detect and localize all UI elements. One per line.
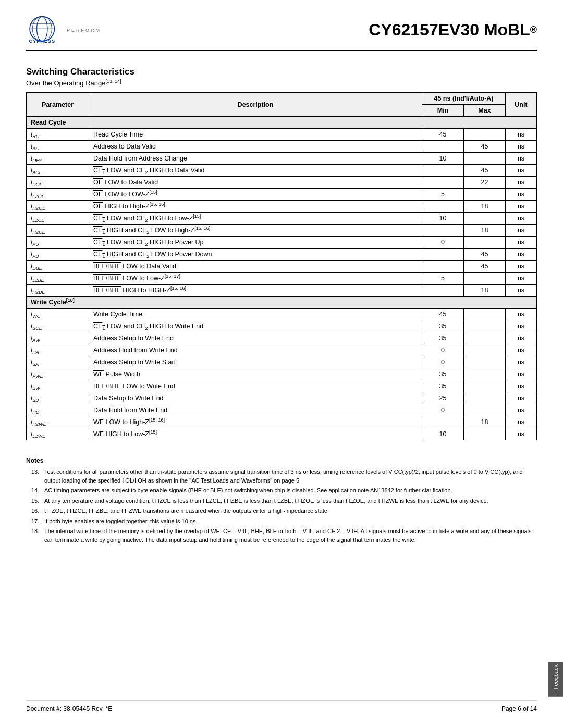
table-row: tHZCECE1 HIGH and CE2 LOW to High-Z[15, … [27,225,537,237]
max-cell: 18 [464,201,506,213]
max-cell: 45 [464,141,506,153]
max-cell [464,320,506,332]
document-number: Document #: 38-05445 Rev. *E [26,705,112,712]
table-row: tLZWEWE HIGH to Low-Z[15]10ns [27,428,537,440]
param-cell: tLZOE [27,189,89,201]
param-cell: tAA [27,141,89,153]
min-cell [422,201,464,213]
max-cell [464,380,506,392]
note-text: t HZOE, t HZCE, t HZBE, and t HZWE trans… [44,507,537,515]
param-cell: tHD [27,404,89,416]
col-header-min: Min [422,105,464,117]
note-text: If both byte enables are toggled togethe… [44,517,537,526]
description-cell: CE1 LOW and CE2 HIGH to Data Valid [89,165,422,177]
param-cell: tSD [27,392,89,404]
min-cell: 0 [422,237,464,249]
note-item: 15.At any temperature and voltage condit… [26,497,537,505]
unit-cell: ns [506,273,537,285]
col-header-unit: Unit [506,93,537,117]
description-cell: Write Cycle Time [89,309,422,320]
unit-cell: ns [506,129,537,141]
max-cell [464,153,506,165]
description-cell: BLE/BHE LOW to Low-Z[15, 17] [89,273,422,285]
table-row: tPWEWE Pulse Width35ns [27,368,537,380]
unit-cell: ns [506,249,537,261]
unit-cell: ns [506,368,537,380]
table-row: tHZOEOE HIGH to High-Z[15, 16]18ns [27,201,537,213]
description-cell: BLE/BHE HIGH to HIGH-Z[15, 16] [89,285,422,297]
min-cell [422,285,464,297]
table-row: tBWBLE/BHE LOW to Write End35ns [27,380,537,392]
param-cell: tOHA [27,153,89,165]
table-row: tPDCE1 HIGH and CE2 LOW to Power Down45n… [27,249,537,261]
min-cell: 0 [422,356,464,368]
max-cell [464,273,506,285]
unit-cell: ns [506,177,537,189]
cypress-perform-label: PERFORM [67,28,101,33]
description-cell: OE LOW to Data Valid [89,177,422,189]
notes-title: Notes [26,456,537,465]
note-item: 18.The internal write time of the memory… [26,527,537,544]
note-text: The internal write time of the memory is… [44,527,537,544]
note-number: 17. [31,517,44,526]
unit-cell: ns [506,332,537,344]
max-cell: 45 [464,261,506,273]
table-row: tDOEOE LOW to Data Valid22ns [27,177,537,189]
unit-cell: ns [506,380,537,392]
description-cell: Address Hold from Write End [89,344,422,356]
description-cell: Address Setup to Write End [89,332,422,344]
table-row: tACECE1 LOW and CE2 HIGH to Data Valid45… [27,165,537,177]
param-cell: tHA [27,344,89,356]
unit-cell: ns [506,141,537,153]
param-cell: tHZCE [27,225,89,237]
min-cell: 25 [422,392,464,404]
description-cell: BLE/BHE LOW to Data Valid [89,261,422,273]
max-cell [464,309,506,320]
min-cell [422,249,464,261]
description-cell: Address Setup to Write Start [89,356,422,368]
col-header-description: Description [89,93,422,117]
unit-cell: ns [506,189,537,201]
group-header-row: Write Cycle[18] [27,297,537,309]
min-cell [422,165,464,177]
min-cell [422,261,464,273]
param-cell: tSA [27,356,89,368]
param-cell: tRC [27,129,89,141]
min-cell: 0 [422,344,464,356]
product-title: CY62157EV30 MoBL® [369,20,537,40]
param-cell: tPD [27,249,89,261]
note-number: 14. [31,486,44,495]
unit-cell: ns [506,165,537,177]
min-cell: 5 [422,189,464,201]
unit-cell: ns [506,213,537,225]
unit-cell: ns [506,309,537,320]
page-number: Page 6 of 14 [501,705,537,712]
max-cell: 18 [464,225,506,237]
note-item: 13.Test conditions for all parameters ot… [26,467,537,485]
unit-cell: ns [506,356,537,368]
max-cell: 18 [464,416,506,428]
max-cell [464,356,506,368]
max-cell [464,237,506,249]
param-cell: tPU [27,237,89,249]
table-row: tAWAddress Setup to Write End35ns [27,332,537,344]
note-text: AC timing parameters are subject to byte… [44,486,537,495]
unit-cell: ns [506,416,537,428]
feedback-button[interactable]: + Feedback [548,662,563,697]
min-cell: 45 [422,309,464,320]
max-cell: 22 [464,177,506,189]
switching-characteristics-table: Parameter Description 45 ns (Ind'l/Auto-… [26,92,537,440]
description-cell: Data Hold from Write End [89,404,422,416]
table-row: tOHAData Hold from Address Change10ns [27,153,537,165]
section-title: Switching Characteristics [26,67,537,77]
description-cell: BLE/BHE LOW to Write End [89,380,422,392]
min-cell [422,141,464,153]
description-cell: CE1 LOW and CE2 HIGH to Power Up [89,237,422,249]
unit-cell: ns [506,344,537,356]
unit-cell: ns [506,225,537,237]
description-cell: Data Hold from Address Change [89,153,422,165]
param-cell: tLZBE [27,273,89,285]
table-row: tAAAddress to Data Valid45ns [27,141,537,153]
unit-cell: ns [506,404,537,416]
note-number: 16. [31,507,44,515]
